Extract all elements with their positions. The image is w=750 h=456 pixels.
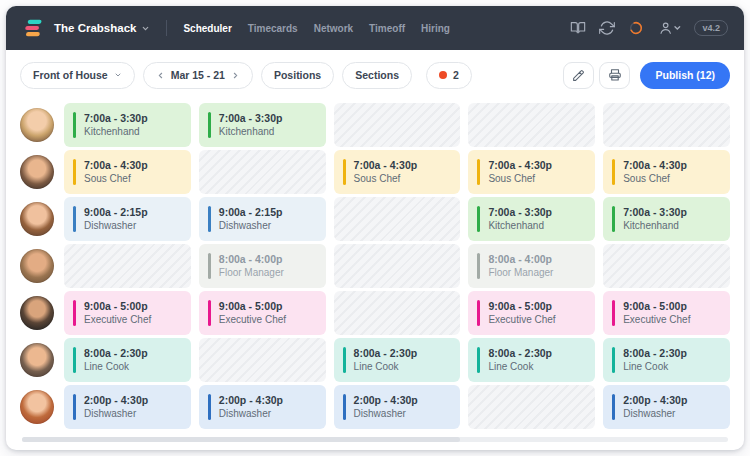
shift-role: Executive Chef <box>84 314 191 326</box>
shift-card[interactable]: 8:00a - 4:00pFloor Manager <box>468 244 595 288</box>
shift-card[interactable]: 2:00p - 4:30pDishwasher <box>64 385 191 429</box>
chevron-down-icon <box>141 24 150 33</box>
chevron-right-icon[interactable] <box>231 71 240 80</box>
shift-time: 2:00p - 4:30p <box>219 394 326 407</box>
avatar[interactable] <box>20 343 54 377</box>
shift-time: 7:00a - 4:30p <box>354 159 461 172</box>
top-nav-right: v4.2 <box>570 20 728 36</box>
print-icon <box>608 68 622 82</box>
avatar[interactable] <box>20 108 54 142</box>
department-selector[interactable]: Front of House <box>20 62 135 89</box>
shift-time: 8:00a - 2:30p <box>354 347 461 360</box>
nav-item-hiring[interactable]: Hiring <box>421 23 450 34</box>
shift-role: Sous Chef <box>354 173 461 185</box>
version-badge: v4.2 <box>694 20 728 36</box>
shift-card[interactable]: 9:00a - 5:00pExecutive Chef <box>468 291 595 335</box>
empty-cell[interactable] <box>334 291 461 335</box>
user-menu-icon[interactable] <box>657 20 681 36</box>
shift-role: Dishwasher <box>219 220 326 232</box>
company-name: The Crabshack <box>54 22 136 34</box>
empty-cell[interactable] <box>334 103 461 147</box>
nav-item-scheduler[interactable]: Scheduler <box>183 23 231 34</box>
empty-cell[interactable] <box>334 197 461 241</box>
empty-cell[interactable] <box>468 103 595 147</box>
avatar[interactable] <box>20 202 54 236</box>
shift-role: Executive Chef <box>488 314 595 326</box>
avatar[interactable] <box>20 249 54 283</box>
shift-card[interactable]: 9:00a - 2:15pDishwasher <box>199 197 326 241</box>
shift-card[interactable]: 7:00a - 3:30pKitchenhand <box>199 103 326 147</box>
sections-button[interactable]: Sections <box>342 62 412 89</box>
alerts-badge[interactable]: 2 <box>426 62 472 89</box>
company-selector[interactable]: The Crabshack <box>54 22 150 34</box>
shift-card[interactable]: 7:00a - 3:30pKitchenhand <box>603 197 730 241</box>
shift-card[interactable]: 7:00a - 4:30pSous Chef <box>64 150 191 194</box>
shift-time: 7:00a - 3:30p <box>219 112 326 125</box>
alert-count: 2 <box>453 69 459 81</box>
shift-role: Sous Chef <box>84 173 191 185</box>
shift-card[interactable]: 8:00a - 2:30pLine Cook <box>603 338 730 382</box>
shift-time: 8:00a - 2:30p <box>488 347 595 360</box>
shift-card[interactable]: 7:00a - 3:30pKitchenhand <box>468 197 595 241</box>
shift-role: Line Cook <box>84 361 191 373</box>
empty-cell[interactable] <box>468 385 595 429</box>
shift-card[interactable]: 8:00a - 2:30pLine Cook <box>64 338 191 382</box>
shift-card[interactable]: 7:00a - 4:30pSous Chef <box>603 150 730 194</box>
scheduler-toolbar: Front of House Mar 15 - 21 Positions Sec… <box>6 50 744 100</box>
shift-card[interactable]: 8:00a - 4:00pFloor Manager <box>199 244 326 288</box>
app-logo-icon <box>22 17 44 39</box>
empty-cell[interactable] <box>199 338 326 382</box>
shift-role: Kitchenhand <box>488 220 595 232</box>
chevron-left-icon[interactable] <box>156 71 165 80</box>
shift-card[interactable]: 7:00a - 4:30pSous Chef <box>468 150 595 194</box>
shift-time: 7:00a - 3:30p <box>488 206 595 219</box>
empty-cell[interactable] <box>334 244 461 288</box>
book-open-icon[interactable] <box>570 20 586 36</box>
main-nav: Scheduler Timecards Network Timeoff Hiri… <box>183 23 449 34</box>
shift-time: 9:00a - 5:00p <box>488 300 595 313</box>
shift-role: Floor Manager <box>219 267 326 279</box>
shift-card[interactable]: 8:00a - 2:30pLine Cook <box>334 338 461 382</box>
avatar[interactable] <box>20 390 54 424</box>
shift-card[interactable]: 9:00a - 5:00pExecutive Chef <box>199 291 326 335</box>
shift-card[interactable]: 7:00a - 4:30pSous Chef <box>334 150 461 194</box>
nav-item-network[interactable]: Network <box>314 23 353 34</box>
shift-time: 9:00a - 5:00p <box>84 300 191 313</box>
nav-item-timecards[interactable]: Timecards <box>248 23 298 34</box>
edit-tools-button[interactable] <box>563 62 594 89</box>
progress-ring-icon[interactable] <box>628 20 644 36</box>
chevron-down-icon <box>114 71 122 79</box>
shift-role: Kitchenhand <box>84 126 191 138</box>
shift-card[interactable]: 2:00p - 4:30pDishwasher <box>199 385 326 429</box>
shift-role: Dishwasher <box>219 408 326 420</box>
empty-cell[interactable] <box>199 150 326 194</box>
publish-button[interactable]: Publish (12) <box>640 62 730 89</box>
horizontal-scrollbar[interactable] <box>22 437 728 442</box>
shift-time: 9:00a - 2:15p <box>219 206 326 219</box>
print-button[interactable] <box>599 62 630 89</box>
shift-card[interactable]: 7:00a - 3:30pKitchenhand <box>64 103 191 147</box>
shift-card[interactable]: 8:00a - 2:30pLine Cook <box>468 338 595 382</box>
shift-time: 8:00a - 4:00p <box>488 253 595 266</box>
empty-cell[interactable] <box>64 244 191 288</box>
shift-time: 2:00p - 4:30p <box>354 394 461 407</box>
shift-card[interactable]: 2:00p - 4:30pDishwasher <box>334 385 461 429</box>
empty-cell[interactable] <box>603 244 730 288</box>
edit-icon <box>572 69 585 82</box>
nav-item-timeoff[interactable]: Timeoff <box>369 23 405 34</box>
shift-time: 7:00a - 3:30p <box>84 112 191 125</box>
employee-row: 8:00a - 2:30pLine Cook8:00a - 2:30pLine … <box>20 338 730 382</box>
sync-icon[interactable] <box>599 20 615 36</box>
shift-card[interactable]: 9:00a - 5:00pExecutive Chef <box>603 291 730 335</box>
avatar[interactable] <box>20 296 54 330</box>
positions-button[interactable]: Positions <box>261 62 334 89</box>
shift-card[interactable]: 2:00p - 4:30pDishwasher <box>603 385 730 429</box>
shift-role: Kitchenhand <box>219 126 326 138</box>
avatar[interactable] <box>20 155 54 189</box>
empty-cell[interactable] <box>603 103 730 147</box>
scrollbar-thumb[interactable] <box>22 437 460 442</box>
shift-card[interactable]: 9:00a - 5:00pExecutive Chef <box>64 291 191 335</box>
department-label: Front of House <box>33 69 108 81</box>
shift-card[interactable]: 9:00a - 2:15pDishwasher <box>64 197 191 241</box>
shift-role: Sous Chef <box>488 173 595 185</box>
